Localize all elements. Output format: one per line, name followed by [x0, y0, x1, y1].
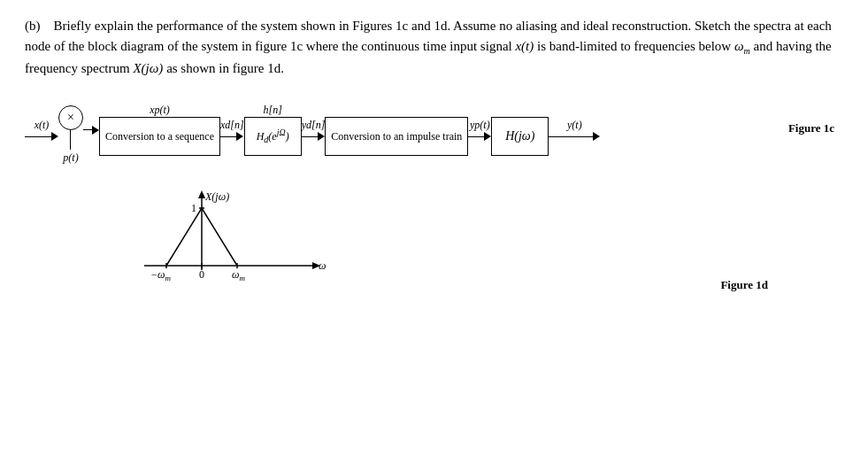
arrow6: [549, 136, 593, 137]
arrow5: [468, 136, 484, 137]
conv-impulse-container: _ Conversion to an impulse train: [325, 104, 468, 156]
arrowhead4: [318, 132, 325, 141]
ypt-label: yp(t): [470, 119, 490, 132]
pt-label: p(t): [63, 151, 78, 165]
arrowhead2: [92, 126, 99, 135]
multiplier-container: × p(t): [58, 95, 83, 165]
hjw-box: H(jω): [491, 117, 549, 156]
arrowhead5: [484, 132, 491, 141]
figure1d-container: Figure 1d X(jω) ω: [131, 186, 326, 301]
diagram-container: Figure 1c x(t) × p(t): [25, 95, 843, 301]
figure1d-graph: X(jω) ω −ωm 0 ωm: [131, 186, 326, 292]
zero-label: 0: [199, 268, 204, 281]
xt-signal: x(t): [25, 119, 58, 141]
arrow1: [25, 136, 51, 137]
xdn-arrow-container: xd[n]: [220, 119, 244, 141]
figure1d-label: Figure 1d: [720, 278, 768, 292]
arrow4: [302, 136, 318, 137]
main-container: (b) Briefly explain the performance of t…: [0, 0, 868, 310]
ydn-label: yd[n]: [302, 119, 326, 132]
arrow3: [220, 136, 236, 137]
arrowhead3: [236, 132, 243, 141]
ypt-arrow-container: yp(t): [468, 119, 491, 141]
block-diagram: x(t) × p(t): [25, 95, 843, 165]
xlabel-text: ω: [319, 259, 326, 272]
hd-text: Hd(ejΩ): [257, 128, 289, 144]
ydn-arrow-container: yd[n]: [302, 119, 326, 141]
multiplier: ×: [58, 105, 83, 130]
question-text: (b) Briefly explain the performance of t…: [25, 16, 843, 79]
question-body: Briefly explain the performance of the s…: [25, 19, 832, 75]
conv-impulse-box: Conversion to an impulse train: [325, 117, 468, 156]
y-axis-arrow: [198, 190, 205, 198]
xt-label: x(t): [35, 119, 50, 132]
hd-box: Hd(ejΩ): [244, 117, 302, 156]
hjw-text: H(jω): [505, 129, 534, 143]
hjw-box-container: _ H(jω): [491, 104, 549, 156]
neg-wm-label: −ωm: [150, 268, 172, 282]
xdn-label: xd[n]: [220, 119, 244, 132]
arrowhead1: [51, 132, 58, 141]
question-label: (b): [25, 19, 50, 33]
arrowhead6: [593, 132, 600, 141]
pt-arrow-line: [70, 130, 71, 150]
pt-container: p(t): [63, 130, 78, 165]
arrow2: [83, 129, 92, 130]
yt-label: y(t): [567, 119, 582, 132]
hn-label: h[n]: [263, 104, 281, 117]
ylabel-text: X(jω): [204, 190, 229, 203]
conv-sequence-box: Conversion to a sequence: [99, 117, 220, 156]
pos-wm-label: ωm: [232, 268, 245, 282]
hd-box-container: h[n] Hd(ejΩ): [244, 104, 302, 156]
arrow2-container: [83, 126, 99, 135]
y1-label: 1: [191, 202, 196, 214]
xpt-label: xp(t): [150, 104, 170, 117]
xpt-box-container: xp(t) Conversion to a sequence: [99, 104, 220, 156]
yt-arrow-container: y(t): [549, 119, 600, 141]
